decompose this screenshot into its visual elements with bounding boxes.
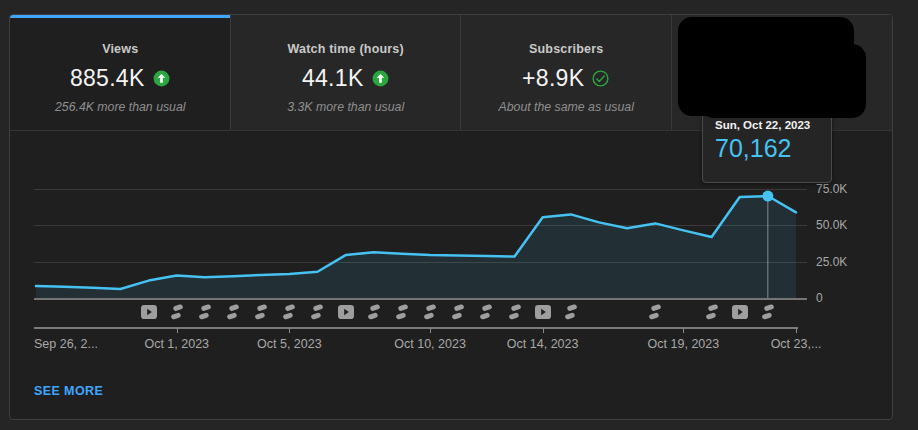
active-tab-indicator xyxy=(10,15,230,18)
x-axis-tick xyxy=(683,328,684,333)
chart-tooltip: Sun, Oct 22, 2023 70,162 xyxy=(702,113,832,183)
y-axis-label: 25.0K xyxy=(816,255,847,269)
metric-delta: About the same as usual xyxy=(499,100,634,114)
tooltip-value: 70,162 xyxy=(715,134,819,163)
shorts-icon[interactable] xyxy=(227,304,240,320)
x-axis-label: Oct 14, 2023 xyxy=(493,337,593,351)
tab-subscribers[interactable]: Subscribers+8.9KAbout the same as usual xyxy=(461,15,673,130)
metric-delta: 3.3K more than usual xyxy=(287,100,404,114)
shorts-icon[interactable] xyxy=(367,304,380,320)
gridline-75.0K xyxy=(34,189,807,190)
shorts-icon[interactable] xyxy=(564,304,577,320)
views-trend-plot[interactable] xyxy=(36,189,796,298)
y-axis-label: 0 xyxy=(816,291,823,305)
metric-value-row: +8.9K xyxy=(522,64,610,92)
x-axis-label: Oct 5, 2023 xyxy=(239,337,339,351)
gridline-0 xyxy=(34,298,807,300)
x-axis-label: Oct 10, 2023 xyxy=(380,337,480,351)
shorts-icon[interactable] xyxy=(283,304,296,320)
x-axis-tick xyxy=(289,328,290,333)
shorts-icon[interactable] xyxy=(198,304,211,320)
tab-views[interactable]: Views885.4K256.4K more than usual xyxy=(10,15,231,130)
tab-watch-time-hours[interactable]: Watch time (hours)44.1K3.3K more than us… xyxy=(231,15,460,130)
x-axis-label: Oct 19, 2023 xyxy=(633,337,733,351)
metric-delta: 256.4K more than usual xyxy=(55,100,186,114)
video-icon[interactable] xyxy=(732,305,748,319)
metric-value: +8.9K xyxy=(522,65,584,92)
x-axis-tick xyxy=(430,328,431,333)
metric-label: Watch time (hours) xyxy=(288,42,404,57)
metric-value-row: 885.4K xyxy=(70,64,171,92)
video-icon[interactable] xyxy=(338,305,354,319)
shorts-icon[interactable] xyxy=(480,304,493,320)
views-line xyxy=(36,196,796,289)
x-axis-label: Oct 23,... xyxy=(746,337,846,351)
shorts-icon[interactable] xyxy=(452,304,465,320)
trend-flat-icon xyxy=(591,69,610,88)
metric-value: 885.4K xyxy=(70,65,145,92)
shorts-icon[interactable] xyxy=(170,304,183,320)
video-icon[interactable] xyxy=(535,305,551,319)
shorts-icon[interactable] xyxy=(761,304,774,320)
x-axis-label: Oct 1, 2023 xyxy=(127,337,227,351)
x-axis-tick xyxy=(177,328,178,333)
shorts-icon[interactable] xyxy=(311,304,324,320)
x-axis-label: Sep 26, 2... xyxy=(34,337,98,351)
gridline-25.0K xyxy=(34,262,807,263)
y-axis-label: 50.0K xyxy=(816,218,847,232)
metric-value: 44.1K xyxy=(302,65,364,92)
x-axis-tick xyxy=(796,328,797,333)
trend-up-icon xyxy=(152,69,171,88)
analytics-page: Views885.4K256.4K more than usualWatch t… xyxy=(0,0,918,430)
highlight-dot[interactable] xyxy=(762,191,773,202)
metric-label: Views xyxy=(102,42,138,57)
x-axis-line[interactable] xyxy=(34,327,798,329)
y-axis-label: 75.0K xyxy=(816,182,847,196)
shorts-icon[interactable] xyxy=(255,304,268,320)
tooltip-date: Sun, Oct 22, 2023 xyxy=(715,119,819,131)
gridline-50.0K xyxy=(34,225,807,226)
shorts-icon[interactable] xyxy=(705,304,718,320)
x-axis-tick xyxy=(543,328,544,333)
area-fill xyxy=(36,196,796,298)
metric-label: Subscribers xyxy=(529,42,603,57)
redaction-overlay xyxy=(700,44,866,118)
shorts-icon[interactable] xyxy=(395,304,408,320)
shorts-icon[interactable] xyxy=(424,304,437,320)
shorts-icon[interactable] xyxy=(508,304,521,320)
see-more-link[interactable]: SEE MORE xyxy=(34,384,103,398)
shorts-icon[interactable] xyxy=(649,304,662,320)
metric-value-row: 44.1K xyxy=(302,64,390,92)
trend-up-icon xyxy=(371,69,390,88)
video-icon[interactable] xyxy=(141,305,157,319)
